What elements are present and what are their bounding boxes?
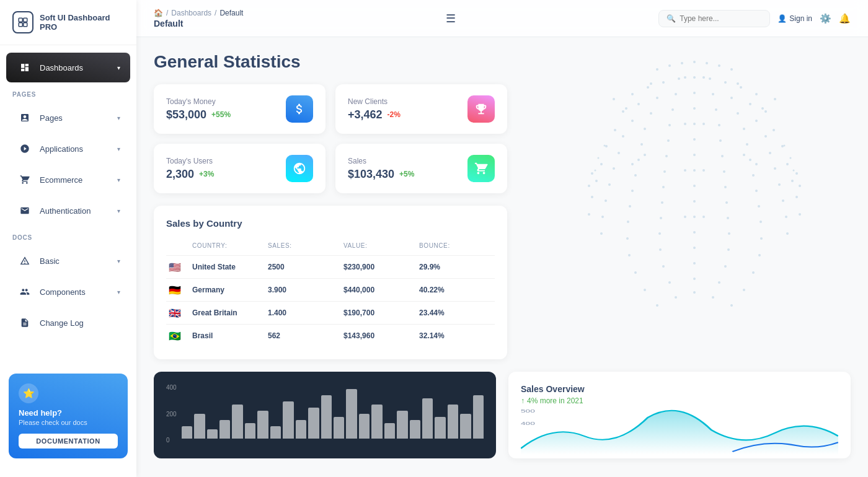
country-name-br: Brasil [192,331,268,340]
pages-arrow: ▾ [117,115,120,121]
svg-point-73 [591,196,593,198]
signin-button[interactable]: 👤 Sign in [777,14,812,23]
svg-point-146 [793,170,795,172]
home-icon: 🏠 [154,9,163,17]
chart-bar [334,417,344,439]
globe-icon [286,155,313,182]
svg-point-136 [702,76,705,79]
svg-point-147 [604,145,606,147]
chart-bar [245,423,255,439]
search-input[interactable] [680,14,762,23]
svg-point-132 [743,154,745,156]
svg-point-101 [626,237,629,240]
chart-bar [371,405,382,439]
sidebar-item-basic[interactable]: Basic ▾ [6,246,130,276]
svg-text:500: 500 [521,408,535,414]
svg-point-10 [656,68,658,71]
svg-point-51 [786,163,789,165]
svg-point-70 [663,170,666,173]
svg-point-27 [637,103,640,105]
svg-point-69 [795,196,798,198]
sidebar-item-pages[interactable]: Pages ▾ [6,103,130,133]
svg-point-111 [634,271,637,274]
sidebar-item-ecommerce[interactable]: Ecommerce ▾ [6,165,130,195]
bell-icon[interactable]: 🔔 [839,13,851,24]
svg-point-52 [667,139,670,142]
stat-card-clients: New Clients +3,462 -2% [335,84,507,134]
svg-point-34 [671,108,674,111]
chart-bar [410,420,420,439]
svg-point-135 [631,163,634,165]
svg-point-141 [684,169,686,172]
svg-point-56 [693,154,696,156]
topbar-right: 🔍 👤 Sign in ⚙️ 🔔 [658,10,851,27]
dashboards-arrow: ▾ [117,64,120,71]
logo-icon [12,11,33,33]
stat-card-users: Today's Users 2,300 +3% [154,144,326,193]
chart-bar [422,398,433,439]
svg-point-99 [760,237,763,240]
sidebar-item-changelog[interactable]: Change Log [6,308,130,338]
ecommerce-icon [16,171,33,188]
svg-point-131 [588,185,590,187]
svg-point-129 [799,185,801,187]
svg-point-76 [755,190,758,192]
svg-point-75 [724,186,727,188]
sidebar-item-authentication[interactable]: Authentication ▾ [6,196,130,225]
svg-text:400: 400 [521,421,535,426]
svg-point-133 [755,163,758,165]
chart-bar [460,414,471,439]
user-icon: 👤 [777,14,787,23]
trophy-icon [467,95,495,123]
svg-point-63 [613,167,615,170]
svg-point-114 [743,289,745,291]
sidebar-item-dashboards[interactable]: Dashboards ▾ [6,53,130,82]
chart-bar [257,411,268,439]
svg-point-24 [764,110,767,113]
components-arrow: ▾ [117,289,120,295]
table-row: 🇧🇷 Brasil 562 $143,960 32.14% [166,325,495,347]
svg-point-105 [659,248,662,251]
svg-point-119 [730,304,733,307]
svg-point-110 [662,265,665,268]
chart-bar [346,389,356,439]
pages-section-label: PAGES [0,84,136,102]
svg-point-25 [675,93,677,95]
sidebar-item-applications[interactable]: Applications ▾ [6,134,130,164]
svg-point-40 [743,128,745,130]
svg-point-97 [693,231,696,234]
documentation-button[interactable]: DOCUMENTATION [19,434,118,449]
stat-change-sales: +5% [399,170,414,178]
stat-label-money: Today's Money [166,97,231,106]
svg-point-36 [631,120,634,122]
table-row: 🇩🇪 Germany 3.900 $440,000 40.22% [166,279,495,302]
svg-point-33 [773,129,775,131]
svg-point-109 [752,271,755,274]
svg-point-92 [760,221,762,223]
stat-value-users: 2,300 +3% [166,168,214,181]
search-box[interactable]: 🔍 [658,10,770,27]
hamburger-icon[interactable]: ☰ [441,9,461,28]
ecommerce-arrow: ▾ [117,177,120,183]
svg-point-149 [595,170,596,172]
sidebar-item-components[interactable]: Components ▾ [6,277,130,307]
svg-point-57 [721,155,724,157]
svg-point-122 [761,107,764,110]
country-name-gb: Great Britain [192,309,268,317]
svg-point-112 [693,278,696,280]
svg-point-15 [755,93,758,95]
stat-change-users: +3% [199,170,214,178]
svg-point-41 [764,135,767,138]
chart-bar [207,429,218,439]
svg-point-65 [693,169,696,172]
applications-label: Applications [40,144,117,154]
svg-point-128 [795,172,798,175]
basic-arrow: ▾ [117,258,120,265]
basic-icon [16,252,33,269]
settings-icon[interactable]: ⚙️ [820,13,831,24]
svg-point-130 [591,172,593,175]
svg-point-85 [758,205,760,208]
svg-point-14 [740,86,742,89]
y-label-200: 200 [166,411,177,418]
svg-point-124 [737,82,739,85]
